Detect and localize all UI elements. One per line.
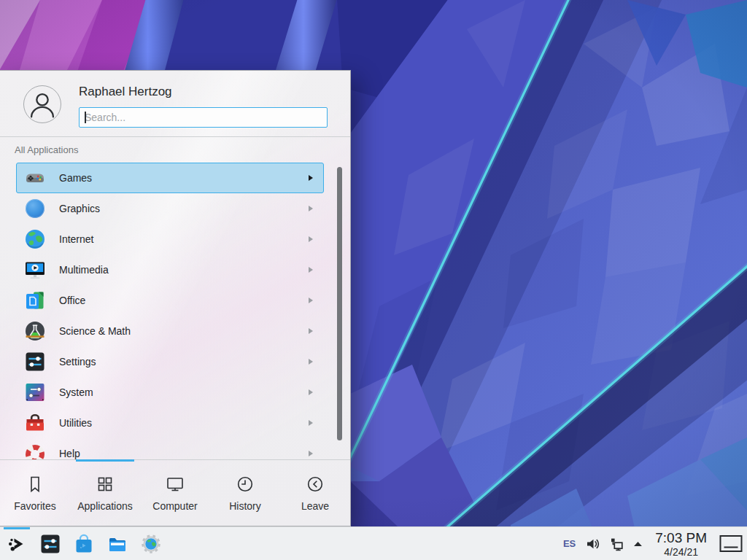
tab-label: History (229, 500, 261, 512)
digital-clock[interactable]: 7:03 PM 4/24/21 (655, 531, 707, 557)
category-label: Graphics (59, 203, 100, 214)
category-help[interactable]: Help (16, 438, 324, 459)
dolphin-icon (107, 533, 128, 555)
kde-launcher-icon (6, 533, 28, 555)
expand-tray-arrow-icon[interactable] (633, 540, 643, 547)
category-system[interactable]: System (16, 377, 324, 408)
text-caret (85, 112, 86, 123)
submenu-arrow-icon (309, 328, 313, 334)
games-icon (24, 167, 46, 189)
desktop: Raphael Hertzog All Applications (0, 0, 747, 560)
user-icon (24, 86, 61, 122)
office-icon (24, 289, 46, 311)
taskbar-panel: ES (0, 526, 747, 560)
tab-label: Applications (77, 500, 133, 512)
system-settings-icon (39, 533, 61, 555)
volume-icon[interactable] (585, 537, 600, 551)
user-name: Raphael Hertzog (79, 85, 172, 99)
clock-date: 4/24/21 (664, 547, 698, 557)
submenu-arrow-icon (309, 236, 313, 242)
system-icon (24, 381, 46, 403)
science-icon (24, 320, 46, 342)
settings-icon (24, 351, 46, 373)
internet-icon (24, 228, 46, 250)
kde-launcher-button[interactable] (6, 533, 28, 555)
submenu-arrow-icon (309, 359, 313, 365)
category-label: Internet (59, 233, 93, 245)
system-tray: ES (563, 531, 747, 557)
category-games[interactable]: Games (16, 163, 324, 193)
clock-time: 7:03 PM (655, 531, 707, 545)
category-settings[interactable]: Settings (16, 346, 324, 377)
tab-label: Leave (301, 500, 329, 512)
system-settings-button[interactable] (39, 533, 61, 555)
tab-label: Favorites (14, 500, 56, 512)
tab-history[interactable]: History (210, 460, 280, 526)
application-launcher-menu: Raphael Hertzog All Applications (0, 70, 351, 526)
tab-leave[interactable]: Leave (280, 460, 350, 526)
keyboard-layout-indicator[interactable]: ES (563, 538, 576, 549)
category-label: Help (59, 448, 80, 459)
discover-button[interactable] (73, 533, 95, 555)
leave-icon (306, 475, 325, 494)
computer-icon (166, 475, 185, 494)
favorites-icon (26, 475, 44, 494)
tab-applications[interactable]: Applications (70, 460, 140, 526)
category-label: System (59, 386, 93, 398)
category-label: Games (59, 172, 92, 184)
tab-label: Computer (152, 500, 197, 512)
dolphin-button[interactable] (107, 533, 128, 555)
search-input[interactable] (79, 107, 328, 128)
discover-icon (73, 533, 95, 555)
category-label: Office (59, 295, 85, 306)
category-label: Science & Math (59, 325, 131, 337)
show-desktop-button[interactable] (719, 534, 743, 553)
applications-icon (96, 475, 115, 494)
category-label: Multimedia (59, 264, 109, 276)
history-icon (236, 475, 255, 494)
launcher-tabbar: Favorites Applications C (0, 460, 350, 526)
category-graphics[interactable]: Graphics (16, 193, 324, 224)
submenu-arrow-icon (309, 389, 313, 395)
tab-favorites[interactable]: Favorites (0, 460, 70, 526)
search-box (79, 107, 328, 128)
category-label: Utilities (59, 417, 92, 429)
category-label: Settings (59, 356, 96, 368)
graphics-icon (24, 198, 46, 219)
help-icon (24, 443, 46, 459)
konqueror-button[interactable] (140, 533, 162, 555)
category-utilities[interactable]: Utilities (16, 408, 324, 438)
section-label: All Applications (15, 144, 78, 155)
user-avatar[interactable] (23, 85, 61, 123)
category-office[interactable]: Office (16, 285, 324, 316)
submenu-arrow-icon (309, 206, 313, 211)
category-science-math[interactable]: Science & Math (16, 316, 324, 346)
submenu-arrow-icon (309, 420, 313, 426)
network-icon[interactable] (609, 537, 624, 551)
category-multimedia[interactable]: Multimedia (16, 254, 324, 285)
category-list: Games Graphics (0, 163, 350, 459)
utilities-icon (24, 412, 46, 434)
taskbar-apps (0, 533, 162, 555)
submenu-arrow-icon (309, 267, 313, 273)
konqueror-icon (140, 533, 162, 555)
tab-computer[interactable]: Computer (140, 460, 210, 526)
list-scrollbar[interactable] (337, 167, 342, 440)
submenu-arrow-icon (309, 451, 313, 456)
submenu-arrow-icon (309, 298, 313, 303)
launcher-header: Raphael Hertzog (0, 71, 350, 137)
category-internet[interactable]: Internet (16, 224, 324, 254)
submenu-arrow-icon (309, 175, 313, 181)
multimedia-icon (24, 259, 46, 281)
